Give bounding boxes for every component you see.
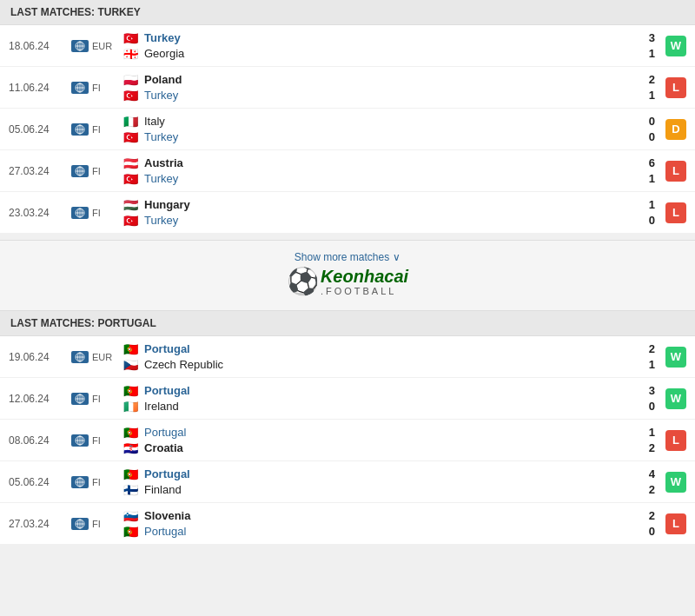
team1-score: 1 <box>638 198 655 211</box>
team2-name[interactable]: Turkey <box>144 172 632 185</box>
chevron-down-icon: ∨ <box>393 251 400 263</box>
team1-line: 🇭🇺 Hungary 1 <box>122 198 655 211</box>
match-row: 19.06.24 EUR 🇵🇹 Portugal 2 🇨🇿 Czech Repu… <box>0 336 695 378</box>
globe-icon <box>71 123 89 136</box>
team2-line: 🇵🇹 Portugal 0 <box>122 525 655 538</box>
portugal-section: LAST MATCHES: PORTUGAL 19.06.24 EUR 🇵🇹 P… <box>0 311 695 544</box>
team2-name: Ireland <box>144 400 632 413</box>
team1-name[interactable]: Turkey <box>144 31 632 44</box>
team2-flag: 🇵🇹 <box>122 526 139 538</box>
team2-score: 1 <box>638 172 655 185</box>
show-more-section[interactable]: Show more matches ∨ ⚽ Keonhacai .FOOTBAL… <box>0 240 695 311</box>
team1-line: 🇵🇹 Portugal 2 <box>122 342 655 355</box>
team2-name[interactable]: Turkey <box>144 89 632 102</box>
teams-block: 🇵🇹 Portugal 2 🇨🇿 Czech Republic 1 <box>122 342 655 371</box>
team1-flag: 🇵🇹 <box>122 468 139 480</box>
match-row: 11.06.24 FI 🇵🇱 Poland 2 🇹🇷 Turkey 1 <box>0 67 695 109</box>
team1-name: Hungary <box>144 198 632 211</box>
result-badge: L <box>665 202 686 223</box>
match-date: 05.06.24 <box>9 123 68 136</box>
team1-score: 0 <box>638 115 655 128</box>
team1-name: Austria <box>144 156 632 169</box>
globe-icon <box>71 40 89 52</box>
result-badge: L <box>665 430 686 451</box>
logo-name: Keonhacai <box>321 267 408 286</box>
teams-block: 🇦🇹 Austria 6 🇹🇷 Turkey 1 <box>122 156 655 185</box>
team1-flag: 🇦🇹 <box>122 157 139 169</box>
globe-icon <box>71 82 89 94</box>
team2-name[interactable]: Turkey <box>144 214 632 227</box>
team2-name: Finland <box>144 483 632 496</box>
portugal-matches-list: 19.06.24 EUR 🇵🇹 Portugal 2 🇨🇿 Czech Repu… <box>0 336 695 544</box>
comp-label: FI <box>92 124 120 135</box>
team1-flag: 🇵🇱 <box>122 74 139 86</box>
team2-name: Czech Republic <box>144 358 632 371</box>
comp-label: FI <box>92 477 120 487</box>
team2-line: 🇨🇿 Czech Republic 1 <box>122 358 655 371</box>
globe-icon <box>71 476 89 488</box>
team1-score: 3 <box>638 384 655 397</box>
globe-icon <box>71 207 89 219</box>
comp-label: FI <box>92 83 120 93</box>
team2-line: 🇬🇪 Georgia 1 <box>122 47 655 60</box>
team2-line: 🇫🇮 Finland 2 <box>122 483 655 496</box>
team1-line: 🇵🇹 Portugal 3 <box>122 384 655 397</box>
team2-line: 🇹🇷 Turkey 1 <box>122 89 655 102</box>
match-left-info: 23.03.24 FI <box>9 207 122 219</box>
team1-flag: 🇵🇹 <box>122 427 139 439</box>
team1-name[interactable]: Portugal <box>144 342 632 355</box>
result-badge: L <box>665 513 686 534</box>
match-date: 23.03.24 <box>9 207 68 219</box>
team2-line: 🇹🇷 Turkey 0 <box>122 214 655 227</box>
team2-score: 1 <box>638 358 655 371</box>
match-date: 27.03.24 <box>9 518 68 530</box>
match-row: 05.06.24 FI 🇵🇹 Portugal 4 🇫🇮 Finland 2 <box>0 461 695 503</box>
team2-score: 2 <box>638 483 655 496</box>
match-date: 05.06.24 <box>9 476 68 488</box>
result-badge: W <box>665 388 686 409</box>
team2-name[interactable]: Turkey <box>144 130 632 143</box>
match-row: 27.03.24 FI 🇦🇹 Austria 6 🇹🇷 Turkey 1 <box>0 150 695 192</box>
team2-line: 🇮🇪 Ireland 0 <box>122 400 655 413</box>
team1-line: 🇸🇮 Slovenia 2 <box>122 509 655 522</box>
teams-block: 🇹🇷 Turkey 3 🇬🇪 Georgia 1 <box>122 31 655 60</box>
team2-flag: 🇹🇷 <box>122 131 139 143</box>
team1-name[interactable]: Portugal <box>144 426 632 439</box>
globe-icon <box>71 518 89 530</box>
team2-flag: 🇮🇪 <box>122 401 139 413</box>
match-row: 12.06.24 FI 🇵🇹 Portugal 3 🇮🇪 Ireland 0 <box>0 378 695 420</box>
match-row: 05.06.24 FI 🇮🇹 Italy 0 🇹🇷 Turkey 0 <box>0 109 695 150</box>
match-row: 23.03.24 FI 🇭🇺 Hungary 1 🇹🇷 Turkey 0 <box>0 192 695 233</box>
team1-flag: 🇹🇷 <box>122 32 139 44</box>
team1-name[interactable]: Portugal <box>144 384 632 397</box>
result-badge: L <box>665 77 686 98</box>
match-date: 18.06.24 <box>9 40 68 52</box>
team1-line: 🇵🇱 Poland 2 <box>122 73 655 86</box>
team1-flag: 🇵🇹 <box>122 343 139 355</box>
teams-block: 🇵🇹 Portugal 1 🇭🇷 Croatia 2 <box>122 426 655 454</box>
team1-name[interactable]: Portugal <box>144 467 632 480</box>
team1-score: 2 <box>638 73 655 86</box>
team1-score: 2 <box>638 342 655 355</box>
show-more-link[interactable]: Show more matches <box>295 251 389 263</box>
comp-label: EUR <box>92 41 120 51</box>
team2-line: 🇭🇷 Croatia 2 <box>122 441 655 454</box>
team2-name[interactable]: Portugal <box>144 525 632 538</box>
turkey-matches-list: 18.06.24 EUR 🇹🇷 Turkey 3 🇬🇪 Georgia 1 <box>0 25 695 233</box>
globe-icon <box>71 393 89 405</box>
turkey-section-header: LAST MATCHES: TURKEY <box>0 0 695 25</box>
teams-block: 🇵🇱 Poland 2 🇹🇷 Turkey 1 <box>122 73 655 102</box>
teams-block: 🇭🇺 Hungary 1 🇹🇷 Turkey 0 <box>122 198 655 227</box>
portugal-section-header: LAST MATCHES: PORTUGAL <box>0 311 695 336</box>
comp-label: FI <box>92 435 120 446</box>
comp-label: FI <box>92 519 120 529</box>
match-left-info: 11.06.24 FI <box>9 82 122 94</box>
team2-flag: 🇭🇷 <box>122 442 139 454</box>
team2-flag: 🇬🇪 <box>122 48 139 60</box>
soccer-ball-icon: ⚽ <box>287 268 319 295</box>
team2-name: Georgia <box>144 47 632 60</box>
team1-flag: 🇮🇹 <box>122 116 139 128</box>
match-left-info: 05.06.24 FI <box>9 123 122 136</box>
team1-line: 🇵🇹 Portugal 1 <box>122 426 655 439</box>
match-left-info: 19.06.24 EUR <box>9 351 122 363</box>
